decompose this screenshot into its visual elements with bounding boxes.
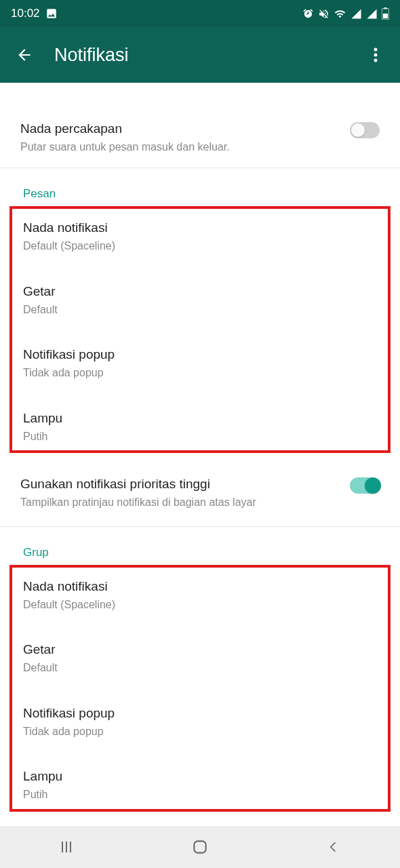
highlight-box-pesan: Nada notifikasi Default (Spaceline) Geta…	[9, 206, 391, 453]
back-icon	[327, 839, 340, 855]
nav-recents-button[interactable]	[39, 839, 94, 855]
setting-title: Gunakan notifikasi prioritas tinggi	[20, 476, 350, 493]
setting-title: Getar	[23, 283, 377, 300]
navigation-bar	[0, 826, 400, 868]
highlight-box-grup: Nada notifikasi Default (Spaceline) Geta…	[9, 565, 391, 812]
svg-point-5	[374, 59, 378, 62]
wifi-icon	[334, 8, 346, 20]
setting-subtitle: Tampilkan pratinjau notifikasi di bagian…	[20, 496, 350, 510]
svg-rect-2	[384, 7, 387, 9]
setting-grup-popup[interactable]: Notifikasi popup Tidak ada popup	[12, 689, 388, 752]
setting-pesan-nada[interactable]: Nada notifikasi Default (Spaceline)	[12, 209, 388, 267]
setting-pesan-lampu[interactable]: Lampu Putih	[12, 394, 388, 450]
back-button[interactable]	[11, 39, 38, 71]
app-bar: Notifikasi	[0, 27, 400, 83]
setting-subtitle: Default	[23, 303, 377, 317]
setting-subtitle: Default	[23, 661, 377, 675]
section-header-grup: Grup	[0, 527, 400, 565]
setting-subtitle: Tidak ada popup	[23, 366, 377, 380]
setting-pesan-popup[interactable]: Notifikasi popup Tidak ada popup	[12, 330, 388, 393]
signal2-icon	[366, 8, 378, 20]
setting-subtitle: Putih	[23, 788, 377, 802]
status-bar: 10:02	[0, 0, 400, 27]
nav-back-button[interactable]	[306, 839, 361, 855]
nav-home-button[interactable]	[173, 838, 227, 856]
setting-subtitle: Tidak ada popup	[23, 725, 377, 739]
section-header-pesan: Pesan	[0, 168, 400, 206]
home-icon	[191, 838, 209, 856]
arrow-back-icon	[16, 46, 33, 64]
status-time: 10:02	[11, 7, 40, 20]
setting-title: Lampu	[23, 410, 377, 427]
image-icon	[45, 7, 58, 20]
setting-grup-lampu[interactable]: Lampu Putih	[12, 752, 388, 808]
mute-icon	[318, 8, 329, 20]
setting-title: Getar	[23, 642, 377, 658]
setting-title: Lampu	[23, 768, 377, 785]
signal1-icon	[351, 8, 362, 20]
svg-rect-9	[194, 841, 205, 852]
setting-subtitle: Default (Spaceline)	[23, 598, 377, 612]
setting-subtitle: Putih	[23, 430, 377, 444]
svg-rect-1	[383, 14, 388, 18]
setting-grup-getar[interactable]: Getar Default	[12, 625, 388, 688]
recents-icon	[58, 839, 75, 855]
setting-title: Nada notifikasi	[23, 220, 377, 237]
setting-title: Notifikasi popup	[23, 705, 377, 722]
setting-conversation-tone[interactable]: Nada percakapan Putar suara untuk pesan …	[0, 107, 400, 167]
more-button[interactable]	[362, 39, 389, 71]
setting-pesan-priority[interactable]: Gunakan notifikasi prioritas tinggi Tamp…	[0, 457, 400, 526]
more-vert-icon	[374, 47, 378, 62]
svg-point-3	[374, 48, 378, 52]
setting-subtitle: Putar suara untuk pesan masuk dan keluar…	[20, 140, 350, 155]
setting-subtitle: Default (Spaceline)	[23, 239, 377, 254]
page-title: Notifikasi	[54, 45, 362, 66]
toggle-conversation-tone[interactable]	[350, 122, 380, 138]
toggle-pesan-priority[interactable]	[350, 477, 380, 494]
svg-point-4	[374, 54, 378, 57]
setting-grup-nada[interactable]: Nada notifikasi Default (Spaceline)	[12, 568, 388, 625]
setting-pesan-getar[interactable]: Getar Default	[12, 267, 388, 330]
setting-title: Nada notifikasi	[23, 578, 377, 595]
battery-icon	[382, 7, 389, 20]
setting-title: Notifikasi popup	[23, 347, 377, 363]
setting-title: Nada percakapan	[20, 121, 350, 138]
alarm-icon	[302, 8, 314, 20]
